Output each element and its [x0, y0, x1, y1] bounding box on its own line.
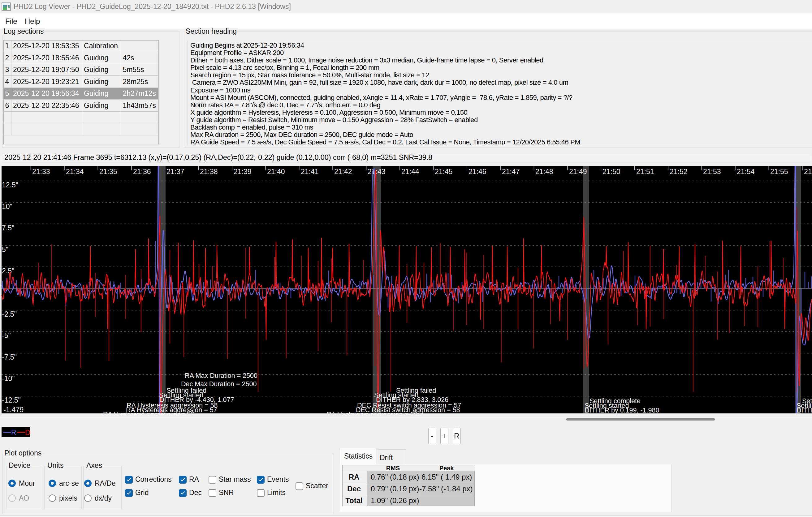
svg-text:5": 5"	[2, 245, 8, 253]
svg-text:-5": -5"	[2, 332, 11, 339]
svg-text:21:52: 21:52	[670, 168, 688, 176]
svg-text:-10": -10"	[2, 374, 14, 383]
svg-text:DITHER by 0.199, -1.980: DITHER by 0.199, -1.980	[585, 406, 659, 414]
svg-text:-2.5": -2.5"	[2, 310, 17, 318]
svg-text:12.5": 12.5"	[2, 181, 18, 189]
svg-text:DITHER by 0.19: DITHER by 0.19	[796, 406, 812, 414]
svg-text:21:47: 21:47	[502, 168, 520, 176]
svg-text:21:34: 21:34	[66, 168, 84, 176]
svg-text:RA Hysteresis aggression = 60: RA Hysteresis aggression = 60	[326, 410, 418, 414]
svg-text:21:45: 21:45	[435, 168, 453, 176]
svg-text:21:44: 21:44	[401, 168, 419, 176]
svg-text:21:50: 21:50	[603, 168, 620, 176]
svg-text:21:51: 21:51	[636, 168, 654, 176]
svg-text:21:41: 21:41	[301, 168, 319, 176]
svg-text:21:53: 21:53	[703, 168, 721, 176]
svg-text:21:55: 21:55	[770, 168, 788, 176]
svg-text:21:38: 21:38	[200, 168, 218, 176]
svg-text:7.5": 7.5"	[2, 224, 14, 232]
svg-text:21:54: 21:54	[737, 168, 755, 176]
svg-text:21:42: 21:42	[334, 168, 352, 176]
svg-text:21:39: 21:39	[234, 168, 252, 176]
svg-text:10": 10"	[2, 203, 12, 211]
svg-text:21:36: 21:36	[133, 168, 151, 176]
svg-text:RA Hysteresis aggression = 56: RA Hysteresis aggression = 56	[103, 410, 194, 414]
svg-text:21:56: 21:56	[804, 168, 812, 176]
svg-text:21:43: 21:43	[368, 168, 385, 176]
svg-text:RA Max Duration = 2500: RA Max Duration = 2500	[185, 372, 258, 379]
svg-text:-12.5": -12.5"	[2, 396, 21, 404]
svg-text:-1.479: -1.479	[3, 406, 24, 414]
svg-text:2.5": 2.5"	[2, 267, 14, 275]
svg-text:21:40: 21:40	[267, 168, 285, 176]
svg-text:21:33: 21:33	[32, 168, 50, 176]
svg-text:21:48: 21:48	[535, 168, 553, 176]
svg-text:21:37: 21:37	[167, 168, 184, 176]
svg-text:21:46: 21:46	[468, 168, 487, 176]
svg-text:21:49: 21:49	[569, 168, 587, 176]
svg-text:21:35: 21:35	[99, 168, 117, 176]
svg-text:-7.5": -7.5"	[2, 353, 17, 361]
